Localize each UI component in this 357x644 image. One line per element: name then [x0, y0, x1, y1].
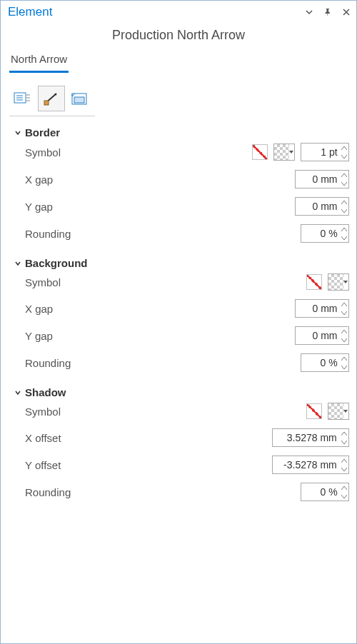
border-ygap-spinner[interactable]	[295, 197, 349, 216]
background-ygap-label: Y gap	[14, 330, 295, 342]
element-name: Production North Arrow	[1, 24, 356, 50]
border-fill-dropdown[interactable]	[273, 144, 295, 161]
section-border-header[interactable]: Border	[14, 126, 349, 139]
dropdown-arrow-icon	[289, 144, 294, 160]
shadow-color-swatch[interactable]	[306, 403, 322, 419]
spin-down-icon[interactable]	[341, 152, 348, 161]
background-symbol-row: Symbol	[14, 269, 349, 295]
chevron-down-icon	[14, 388, 22, 397]
spin-down-icon[interactable]	[341, 233, 348, 242]
border-rounding-row: Rounding	[14, 220, 349, 247]
spin-up-icon[interactable]	[340, 198, 348, 206]
background-rounding-spinner[interactable]	[301, 353, 349, 372]
spin-down-icon[interactable]	[340, 465, 348, 473]
shadow-xoffset-row: X offset	[14, 424, 349, 451]
close-icon[interactable]	[341, 6, 352, 18]
border-xgap-label: X gap	[14, 173, 295, 186]
spin-up-icon[interactable]	[340, 327, 348, 336]
border-ygap-input[interactable]	[296, 198, 340, 215]
shadow-xoffset-spinner[interactable]	[272, 428, 349, 447]
shadow-yoffset-row: Y offset	[14, 451, 349, 478]
shadow-rounding-input[interactable]	[301, 483, 341, 500]
border-symbol-row: Symbol	[14, 139, 349, 166]
svg-rect-6	[74, 97, 84, 103]
section-background: Background Symbol X gap Y gap	[1, 247, 356, 376]
background-ygap-row: Y gap	[14, 322, 349, 349]
section-shadow-title: Shadow	[25, 386, 66, 398]
spin-up-icon[interactable]	[340, 171, 348, 179]
pin-icon[interactable]	[322, 6, 333, 18]
background-ygap-spinner[interactable]	[295, 326, 349, 345]
spin-up-icon[interactable]	[341, 483, 348, 492]
shadow-yoffset-label: Y offset	[14, 459, 272, 471]
section-background-header[interactable]: Background	[14, 257, 349, 269]
shadow-fill-dropdown[interactable]	[328, 403, 349, 420]
background-symbol-label: Symbol	[14, 276, 306, 288]
border-xgap-spinner[interactable]	[295, 170, 349, 188]
shadow-rounding-spinner[interactable]	[301, 483, 349, 501]
spin-down-icon[interactable]	[341, 492, 348, 500]
border-ygap-label: Y gap	[14, 201, 295, 213]
section-border: Border Symbol X gap Y gap	[1, 116, 356, 247]
shadow-rounding-row: Rounding	[14, 478, 349, 505]
border-rounding-spinner[interactable]	[301, 224, 349, 243]
background-rounding-label: Rounding	[14, 357, 301, 369]
section-shadow: Shadow Symbol X offset Y offset	[1, 376, 356, 505]
shadow-yoffset-spinner[interactable]	[272, 456, 349, 474]
shadow-symbol-row: Symbol	[14, 398, 349, 424]
spin-down-icon[interactable]	[340, 206, 348, 215]
chevron-down-icon	[14, 259, 22, 268]
border-rounding-input[interactable]	[301, 225, 341, 242]
checker-icon	[274, 144, 289, 160]
background-ygap-input[interactable]	[296, 327, 340, 344]
background-rounding-row: Rounding	[14, 349, 349, 376]
spin-up-icon[interactable]	[340, 429, 348, 438]
spin-down-icon[interactable]	[340, 438, 348, 446]
background-xgap-row: X gap	[14, 295, 349, 322]
spin-down-icon[interactable]	[340, 179, 348, 188]
border-ygap-row: Y gap	[14, 193, 349, 220]
tab-north-arrow[interactable]: North Arrow	[9, 50, 69, 73]
spin-down-icon[interactable]	[341, 363, 348, 371]
border-size-spinner[interactable]	[301, 143, 349, 161]
border-symbol-label: Symbol	[14, 146, 252, 159]
mode-placement-icon[interactable]	[66, 86, 94, 111]
background-xgap-spinner[interactable]	[295, 299, 349, 318]
titlebar: Element	[1, 1, 356, 24]
border-color-swatch[interactable]	[252, 144, 268, 160]
checker-icon	[328, 274, 343, 290]
spin-up-icon[interactable]	[341, 225, 348, 233]
chevron-down-icon	[14, 129, 22, 137]
spin-down-icon[interactable]	[340, 308, 348, 317]
background-xgap-input[interactable]	[296, 300, 340, 317]
section-shadow-header[interactable]: Shadow	[14, 386, 349, 398]
spin-up-icon[interactable]	[340, 456, 348, 465]
checker-icon	[328, 403, 343, 419]
shadow-symbol-label: Symbol	[14, 406, 306, 418]
background-xgap-label: X gap	[14, 303, 295, 315]
shadow-xoffset-label: X offset	[14, 432, 272, 444]
mode-display-icon[interactable]	[38, 86, 65, 111]
shadow-yoffset-input[interactable]	[273, 456, 340, 473]
section-background-title: Background	[25, 257, 88, 269]
border-rounding-label: Rounding	[14, 228, 301, 240]
background-color-swatch[interactable]	[306, 274, 322, 290]
mode-icon-strip	[1, 73, 356, 114]
border-size-input[interactable]	[301, 144, 341, 161]
spin-up-icon[interactable]	[341, 144, 348, 152]
options-chevron-icon[interactable]	[303, 6, 315, 18]
panel-title: Element	[8, 5, 303, 19]
shadow-xoffset-input[interactable]	[273, 429, 340, 446]
spin-down-icon[interactable]	[340, 336, 348, 344]
spin-up-icon[interactable]	[340, 300, 348, 308]
tab-bar: North Arrow	[1, 50, 356, 73]
spin-up-icon[interactable]	[341, 354, 348, 363]
border-xgap-row: X gap	[14, 166, 349, 193]
svg-rect-4	[44, 101, 49, 105]
background-fill-dropdown[interactable]	[328, 273, 349, 291]
border-xgap-input[interactable]	[296, 171, 340, 188]
shadow-rounding-label: Rounding	[14, 486, 301, 498]
dropdown-arrow-icon	[343, 403, 348, 419]
background-rounding-input[interactable]	[301, 354, 341, 371]
mode-options-icon[interactable]	[9, 86, 36, 111]
